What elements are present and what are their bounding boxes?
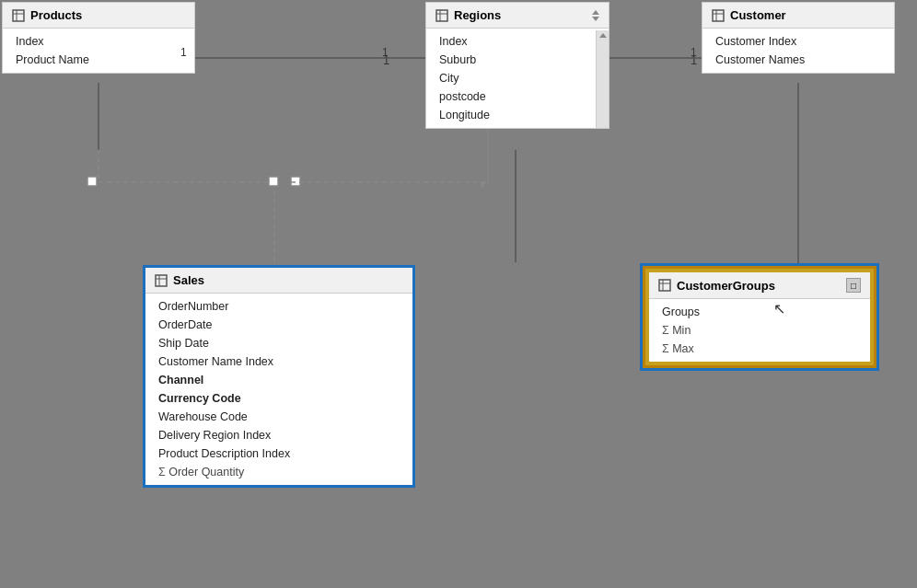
list-item: Currency Code [145, 389, 412, 408]
products-header: Products [3, 3, 194, 29]
svg-rect-26 [156, 275, 167, 286]
regions-scroll[interactable] [592, 10, 599, 21]
list-item: Max [649, 340, 870, 358]
table-icon-products [12, 9, 25, 22]
list-item: Order Quantity [145, 463, 412, 481]
customer-title: Customer [730, 8, 786, 22]
list-item: Groups [649, 303, 870, 321]
sales-body: OrderNumber OrderDate Ship Date Customer… [145, 294, 412, 485]
svg-rect-3 [87, 177, 97, 186]
list-item: City [426, 69, 609, 87]
table-icon-sales [155, 274, 168, 287]
list-item: OrderDate [145, 316, 412, 334]
list-item: Product Name [3, 51, 194, 69]
list-item: Product Description Index [145, 444, 412, 463]
customer-table: Customer Customer Index Customer Names [702, 2, 895, 74]
sales-table: Sales OrderNumber OrderDate Ship Date Cu… [145, 268, 412, 485]
customergroups-icon-btn[interactable]: □ [846, 278, 861, 293]
customergroups-outer-wrapper: CustomerGroups □ Groups Min Max [640, 263, 879, 371]
scroll-bar[interactable] [596, 30, 609, 129]
customergroups-table: CustomerGroups □ Groups Min Max [649, 272, 870, 362]
table-icon-customergroups [658, 279, 671, 292]
customergroups-header: CustomerGroups □ [649, 272, 870, 299]
relation-label-customer-left: 1 [691, 46, 697, 59]
scroll-up-arrow[interactable] [599, 33, 607, 38]
svg-rect-4 [269, 177, 278, 186]
customergroups-body: Groups Min Max [649, 299, 870, 362]
sales-header: Sales [145, 268, 412, 294]
list-item: Customer Name Index [145, 352, 412, 371]
list-item: Customer Index [702, 32, 894, 51]
list-item: OrderNumber [145, 297, 412, 316]
list-item: Index [426, 32, 609, 51]
regions-body: Index Suburb City postcode Longitude [426, 29, 609, 128]
svg-marker-8 [480, 182, 485, 189]
list-item: Index [3, 32, 194, 51]
table-icon-customer [712, 9, 725, 22]
list-item: Suburb [426, 51, 609, 69]
svg-rect-17 [13, 10, 24, 21]
list-item: Customer Names [702, 51, 894, 69]
products-table: Products Index Product Name [2, 2, 195, 74]
sales-table-wrapper: Sales OrderNumber OrderDate Ship Date Cu… [143, 265, 415, 488]
regions-title: Regions [454, 8, 501, 22]
svg-rect-23 [713, 10, 724, 21]
customergroups-inner-wrapper: CustomerGroups □ Groups Min Max [645, 269, 874, 365]
regions-header: Regions [426, 3, 609, 29]
products-body: Index Product Name [3, 29, 194, 73]
list-item: Min [649, 321, 870, 340]
sales-title: Sales [173, 273, 204, 287]
svg-rect-29 [659, 280, 670, 291]
list-item: Warehouse Code [145, 408, 412, 426]
relation-label-products-right: 1 [180, 46, 187, 59]
regions-table: Regions Index Suburb City postcode Longi… [425, 2, 609, 129]
relation-label-regions-left: 1 [382, 46, 389, 59]
customer-header: Customer [702, 3, 894, 29]
list-item: Channel [145, 371, 412, 389]
svg-rect-20 [436, 10, 447, 21]
customergroups-title: CustomerGroups [677, 279, 775, 293]
list-item: postcode [426, 87, 609, 106]
customer-body: Customer Index Customer Names [702, 29, 894, 73]
svg-rect-5 [291, 177, 300, 186]
products-title: Products [30, 8, 82, 22]
list-item: Ship Date [145, 334, 412, 352]
list-item: Longitude [426, 106, 609, 124]
list-item: Delivery Region Index [145, 426, 412, 444]
table-icon-regions [435, 9, 448, 22]
